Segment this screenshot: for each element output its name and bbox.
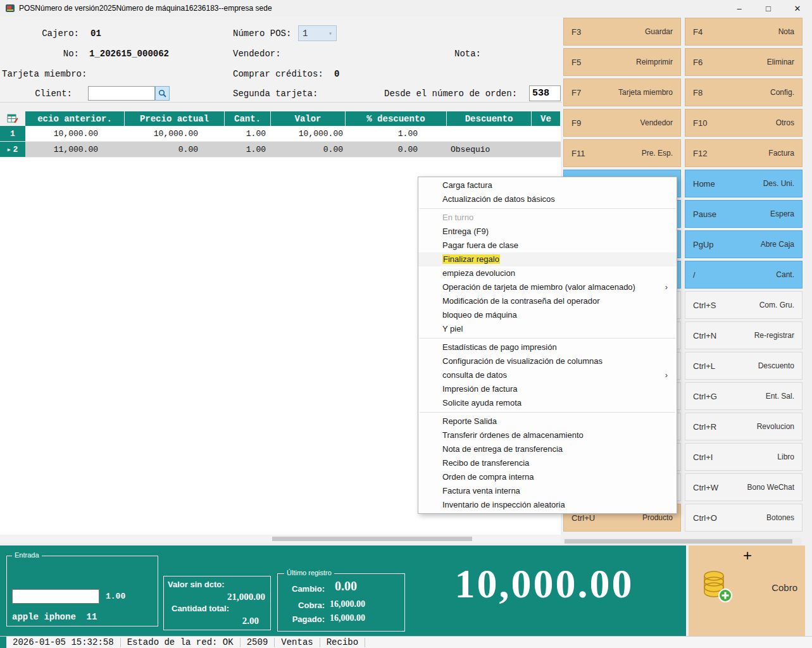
- fkey-f11-pre-esp[interactable]: F11Pre. Esp.: [563, 139, 681, 167]
- status-corner: [0, 637, 6, 648]
- cell-descuento: Obsequio: [447, 142, 532, 157]
- menu-item-orden-compra-interna[interactable]: Orden de compra interna: [418, 470, 677, 484]
- menu-item-bloqueo-de-maquina[interactable]: bloqueo de máquina: [418, 308, 677, 322]
- coins-icon: [699, 567, 733, 604]
- status-recibo: Recibo: [320, 638, 365, 647]
- client-input[interactable]: [88, 86, 155, 101]
- row-number: ▶ 2: [0, 142, 25, 157]
- cell-descuento: [447, 126, 532, 141]
- menu-item-reporte-salida[interactable]: Reporte Salida: [418, 414, 677, 428]
- fkey-pause-espera[interactable]: PauseEspera: [685, 200, 803, 228]
- numero-pos-select[interactable]: 1 ▾: [298, 25, 337, 41]
- orden-input[interactable]: [529, 85, 561, 101]
- column-header[interactable]: Valor: [271, 111, 346, 126]
- cambio-value: 0.00: [335, 579, 357, 594]
- submenu-arrow-icon: ›: [665, 280, 668, 294]
- ultimo-registro-label: Último registro: [284, 569, 334, 576]
- column-header[interactable]: Precio actual: [125, 111, 225, 126]
- maximize-button[interactable]: □: [754, 0, 783, 16]
- cobra-value: 16,000.00: [330, 599, 365, 609]
- fkey-ctrl-r-revolucion[interactable]: Ctrl+RRevolucion: [685, 413, 803, 440]
- fkey-f4-nota[interactable]: F4Nota: [685, 18, 803, 46]
- cobro-label: Cobro: [771, 582, 797, 593]
- scrollbar-thumb[interactable]: [565, 539, 792, 544]
- cell-cant: 1.00: [225, 126, 271, 141]
- client-search-button[interactable]: [155, 86, 170, 101]
- chevron-down-icon: ▾: [328, 30, 332, 37]
- fkey-f12-factura[interactable]: F12Factura: [685, 139, 803, 167]
- menu-item-transferir-ordenes[interactable]: Transferir órdenes de almacenamiento: [418, 428, 677, 442]
- table-row-selected[interactable]: ▶ 2 11,000.00 0.00 1.00 0.00 0.00 Obsequ…: [0, 142, 561, 158]
- cell-vendedor: [532, 142, 561, 157]
- menu-item-entrega-f9[interactable]: Entrega (F9): [418, 225, 677, 239]
- fkey-f8-config[interactable]: F8Config.: [685, 78, 803, 106]
- menu-item-y-piel[interactable]: Y piel: [418, 322, 677, 336]
- menu-item-pagar-fuera-de-clase[interactable]: Pagar fuera de clase: [418, 239, 677, 252]
- table-row[interactable]: 1 10,000.00 10,000.00 1.00 10,000.00 1.0…: [0, 126, 561, 142]
- fkey-f5-reimprimir[interactable]: F5Reimprimir: [563, 48, 681, 76]
- column-header[interactable]: Cant.: [225, 111, 271, 126]
- fkey-home-des-uni[interactable]: HomeDes. Uni.: [685, 170, 803, 197]
- fkey-f7-tarjeta-miembro[interactable]: F7Tarjeta miembro: [563, 78, 681, 106]
- column-header[interactable]: Ve: [532, 111, 561, 126]
- fkey-ctrl-l-descuento[interactable]: Ctrl+LDescuento: [685, 352, 803, 380]
- fkey-f10-otros[interactable]: F10Otros: [685, 109, 803, 137]
- table-header-row: ecio anterior. Precio actual Cant. Valor…: [0, 111, 561, 126]
- entrada-input[interactable]: [12, 589, 99, 604]
- minimize-button[interactable]: –: [725, 0, 754, 16]
- menu-item-finalizar-regalo[interactable]: Finalizar regalo: [418, 252, 677, 266]
- entrada-group: Entrada 1.00 apple iphone 11: [6, 556, 158, 626]
- scrollbar-thumb[interactable]: [272, 537, 472, 541]
- context-menu: Carga factura Actualización de datos bás…: [418, 177, 677, 514]
- pagado-label: Pagado:: [278, 614, 325, 624]
- table-corner-cell[interactable]: [0, 111, 25, 126]
- fkey-ctrl-w-bono-wechat[interactable]: Ctrl+WBono WeChat: [685, 473, 803, 501]
- cell-pct-descuento: 1.00: [346, 126, 447, 141]
- menu-item-estadisticas-pago[interactable]: Estadísticas de pago impresión: [418, 340, 677, 354]
- fkey-ctrl-o-botones[interactable]: Ctrl+OBotones: [685, 504, 803, 532]
- menu-item-operacion-tarjeta-miembro[interactable]: Operación de tarjeta de miembro (valor a…: [418, 280, 677, 294]
- numero-pos-value: 1: [303, 28, 308, 39]
- column-header[interactable]: Descuento: [447, 111, 532, 126]
- menu-item-carga-factura[interactable]: Carga factura: [418, 178, 677, 192]
- menu-item-inventario-inspeccion[interactable]: Inventario de inspección aleatoria: [418, 498, 677, 512]
- cajero-value: 01: [91, 28, 101, 39]
- fkey-f9-vendedor[interactable]: F9Vendedor: [563, 109, 681, 137]
- close-button[interactable]: ✕: [783, 0, 812, 16]
- numero-pos-label: Número POS:: [233, 28, 291, 39]
- menu-item-factura-venta-interna[interactable]: Factura venta interna: [418, 484, 677, 498]
- menu-item-impresion-de-factura[interactable]: Impresión de factura: [418, 382, 677, 396]
- cajero-label: Cajero:: [0, 28, 79, 39]
- cobra-label: Cobra:: [278, 601, 325, 610]
- fkey-ctrl-i-libro[interactable]: Ctrl+ILibro: [685, 443, 803, 471]
- menu-item-configuracion-columnas[interactable]: Configuración de visualización de column…: [418, 354, 677, 368]
- fkey-ctrl-g-ent-sal[interactable]: Ctrl+GEnt. Sal.: [685, 382, 803, 410]
- submenu-arrow-icon: ›: [665, 368, 668, 382]
- table-horizontal-scrollbar[interactable]: [0, 535, 561, 542]
- pagado-value: 16,000.00: [330, 613, 365, 623]
- menu-item-consulta-de-datos[interactable]: consulta de datos›: [418, 368, 677, 382]
- fkey-ctrl-n-re-registrar[interactable]: Ctrl+NRe-registrar: [685, 321, 803, 349]
- menu-item-nota-entrega-transferencia[interactable]: Nota de entrega de transferencia: [418, 442, 677, 456]
- menu-item-solicite-ayuda-remota[interactable]: Solicite ayuda remota: [418, 396, 677, 410]
- cambio-label: Cambio:: [278, 584, 325, 594]
- fkey-f6-eliminar[interactable]: F6Eliminar: [685, 48, 803, 76]
- segunda-tarjeta-label: Segunda tarjeta:: [233, 89, 318, 99]
- fkey-pgup-abre-caja[interactable]: PgUpAbre Caja: [685, 230, 803, 258]
- column-header[interactable]: % descuento: [346, 111, 447, 126]
- menu-item-modificacion-contrasena[interactable]: Modificación de la contraseña del operad…: [418, 294, 677, 308]
- column-header[interactable]: ecio anterior.: [25, 111, 125, 126]
- cell-valor: 10,000.00: [271, 126, 346, 141]
- cell-valor: 0.00: [271, 142, 346, 157]
- menu-item-actualizacion-datos[interactable]: Actualización de datos básicos: [418, 192, 677, 206]
- creditos-label: Comprar créditos:: [233, 69, 323, 79]
- fkey-f3-guardar[interactable]: F3Guardar: [563, 18, 681, 46]
- menu-item-recibo-transferencia[interactable]: Recibo de transferencia: [418, 456, 677, 470]
- fkey-slash-cant[interactable]: /Cant.: [685, 261, 803, 289]
- menu-item-empieza-devolucion[interactable]: empieza devolucion: [418, 266, 677, 280]
- fkey-ctrl-s-com-gru[interactable]: Ctrl+SCom. Gru.: [685, 291, 803, 319]
- orden-label: Desde el número de orden:: [384, 89, 517, 99]
- cell-pct-descuento: 0.00: [346, 142, 447, 157]
- panel-horizontal-scrollbar[interactable]: [563, 538, 801, 545]
- cobro-button[interactable]: + Cobro: [689, 545, 805, 636]
